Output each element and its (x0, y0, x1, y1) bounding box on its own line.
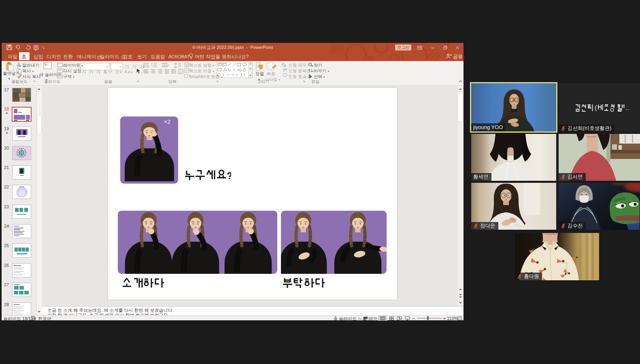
svg-text:?: ? (227, 170, 231, 181)
svg-text:...: ... (626, 105, 629, 111)
svg-text:(: ( (595, 104, 597, 111)
